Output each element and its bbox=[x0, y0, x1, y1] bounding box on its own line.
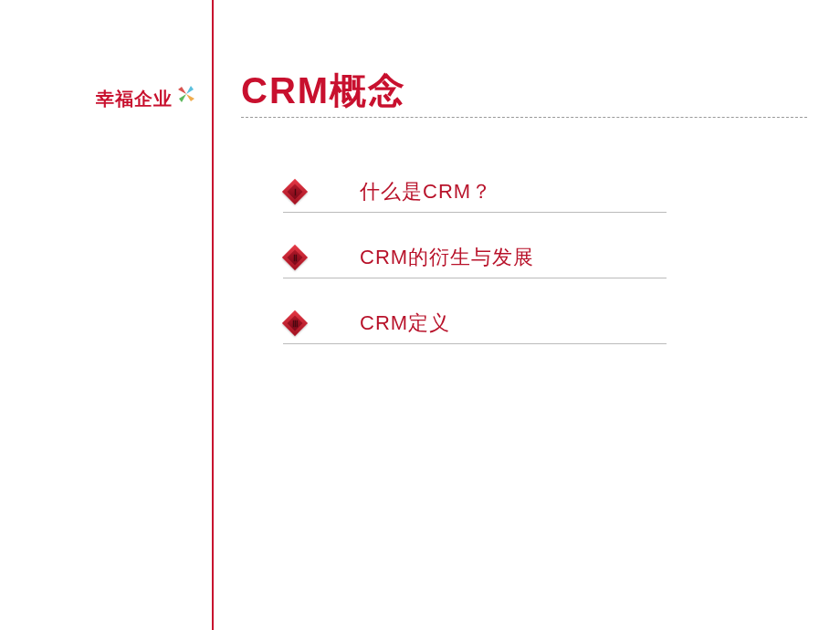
bullet-number: Ⅱ bbox=[293, 253, 298, 263]
vertical-divider bbox=[212, 0, 214, 630]
item-underline bbox=[283, 212, 667, 213]
items-list: Ⅰ 什么是CRM？ Ⅱ CRM的衍生与发展 Ⅲ CRM定义 bbox=[283, 178, 534, 375]
item-underline bbox=[283, 343, 667, 344]
bullet-number: Ⅰ bbox=[294, 187, 297, 197]
pinwheel-icon bbox=[174, 82, 198, 110]
title-divider bbox=[241, 117, 807, 118]
diamond-bullet-icon: Ⅱ bbox=[283, 246, 307, 269]
list-item: Ⅲ CRM定义 bbox=[283, 310, 534, 337]
diamond-bullet-icon: Ⅰ bbox=[283, 180, 307, 204]
bullet-number: Ⅲ bbox=[292, 319, 299, 329]
item-text: CRM定义 bbox=[360, 310, 450, 337]
list-item: Ⅱ CRM的衍生与发展 bbox=[283, 244, 534, 271]
logo-text: 幸福企业 bbox=[96, 87, 173, 111]
item-text: CRM的衍生与发展 bbox=[360, 244, 534, 271]
item-underline bbox=[283, 278, 667, 278]
list-item: Ⅰ 什么是CRM？ bbox=[283, 178, 534, 205]
page-title: CRM概念 bbox=[241, 66, 406, 116]
diamond-bullet-icon: Ⅲ bbox=[283, 311, 307, 335]
item-text: 什么是CRM？ bbox=[360, 178, 492, 205]
logo: 幸福企业 bbox=[96, 87, 198, 111]
